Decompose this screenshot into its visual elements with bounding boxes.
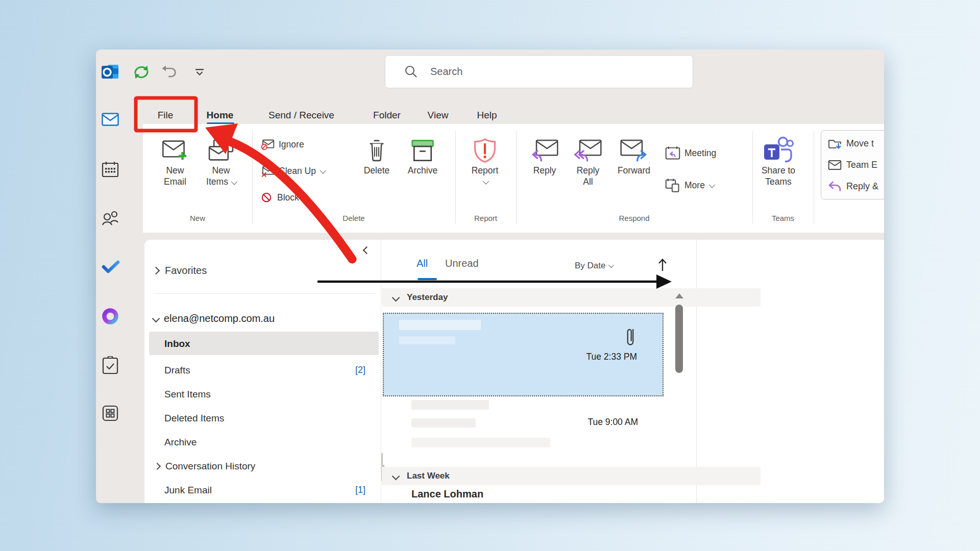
search-input[interactable]: [385, 56, 693, 88]
tab-home[interactable]: Home: [205, 107, 235, 124]
reply-all-button[interactable]: ReplyAll: [566, 130, 610, 194]
clean-up-button[interactable]: Clean Up: [261, 163, 325, 179]
block-icon: [261, 192, 273, 203]
team-email-icon: [828, 160, 842, 170]
folder-item-junk-email[interactable]: Junk Email [1]: [149, 478, 379, 502]
pane-separator: [381, 240, 381, 503]
email-timestamp: Tue 2:33 PM: [586, 352, 637, 362]
delete-icon: [355, 136, 399, 165]
quick-step-move-to[interactable]: Move t: [828, 136, 884, 151]
quick-step-reply-delete[interactable]: Reply &: [828, 179, 884, 194]
new-items-button[interactable]: NewItems: [199, 130, 243, 194]
group-divider: [752, 131, 753, 224]
tab-view[interactable]: View: [425, 107, 451, 124]
ignore-button[interactable]: Ignore: [261, 137, 304, 152]
folder-item-archive[interactable]: Archive: [149, 430, 379, 454]
reply-arrow-icon: [828, 181, 842, 192]
ribbon-group-label-delete: Delete: [252, 214, 455, 224]
group-header-last-week[interactable]: Last Week: [382, 467, 761, 485]
redacted-text: [399, 320, 481, 330]
chevron-down-icon: [482, 178, 489, 185]
email-sender[interactable]: Lance Lohman: [411, 488, 483, 500]
tab-send-receive[interactable]: Send / Receive: [264, 107, 338, 124]
group-header-yesterday[interactable]: Yesterday: [382, 288, 761, 307]
reply-all-icon: [566, 136, 610, 165]
customize-quick-access-icon[interactable]: [195, 69, 204, 76]
filter-tab-all[interactable]: All: [416, 258, 428, 269]
report-button[interactable]: Report: [463, 130, 507, 194]
forward-button[interactable]: Forward: [612, 130, 656, 194]
mail-icon[interactable]: [102, 113, 119, 126]
chevron-down-icon: [152, 314, 160, 322]
group-divider: [455, 131, 456, 224]
forward-icon: [612, 136, 656, 165]
group-divider: [516, 131, 517, 224]
outlook-logo: [101, 63, 119, 81]
archive-button[interactable]: Archive: [401, 130, 445, 194]
folder-item-conversation-history[interactable]: Conversation History: [149, 454, 379, 478]
account-header[interactable]: elena@netcomp.com.au: [153, 311, 275, 326]
reply-button[interactable]: Reply: [523, 130, 567, 194]
attachment-paperclip-icon: [625, 326, 636, 348]
filter-tab-unread[interactable]: Unread: [445, 258, 479, 269]
report-icon: [463, 136, 507, 165]
move-to-icon: [828, 137, 842, 150]
chevron-down-icon: [392, 293, 400, 302]
undo-icon[interactable]: [161, 63, 177, 79]
tab-folder[interactable]: Folder: [372, 107, 402, 124]
group-divider: [252, 131, 253, 224]
sort-ascending-icon[interactable]: [656, 257, 669, 273]
ribbon-group-label-new: New: [143, 214, 252, 224]
chevron-right-icon: [152, 266, 160, 274]
reply-icon: [523, 136, 567, 165]
ignore-icon: [261, 139, 275, 151]
delete-button[interactable]: Delete: [355, 130, 399, 194]
filter-tab-underline: [418, 278, 437, 280]
chevron-down-icon: [392, 472, 400, 480]
clean-up-icon: [261, 165, 275, 177]
outlook-window: File Home Send / Receive Folder View Hel…: [96, 49, 884, 503]
share-to-teams-button[interactable]: Share toTeams: [756, 130, 800, 194]
calendar-icon[interactable]: [102, 161, 119, 178]
loop-icon[interactable]: [102, 308, 119, 325]
more-respond-actions-icon: [665, 178, 680, 192]
ribbon-group-label-teams: Teams: [752, 214, 814, 224]
folder-item-sent-items[interactable]: Sent Items: [149, 382, 379, 406]
people-icon[interactable]: [102, 210, 120, 226]
collapse-folder-pane-button[interactable]: [364, 246, 374, 256]
tasks-icon[interactable]: [102, 356, 118, 374]
folder-item-deleted-items[interactable]: Deleted Items: [149, 406, 379, 430]
message-list-scrollbar-thumb[interactable]: [675, 305, 683, 373]
new-email-button[interactable]: NewEmail: [153, 130, 197, 194]
quick-step-team-email[interactable]: Team E: [828, 157, 884, 172]
email-item-selected[interactable]: Tue 2:33 PM: [383, 313, 664, 396]
folder-item-inbox[interactable]: Inbox: [149, 332, 379, 356]
desktop-background: File Home Send / Receive Folder View Hel…: [0, 0, 980, 551]
sort-by-date-dropdown[interactable]: By Date: [575, 260, 612, 272]
more-button[interactable]: More: [665, 178, 714, 193]
group-divider: [814, 131, 814, 224]
redacted-text: [399, 336, 455, 344]
redacted-text: [411, 418, 476, 428]
new-email-icon: [153, 136, 197, 165]
chevron-down-icon: [231, 179, 237, 185]
chevron-right-icon: [154, 462, 161, 469]
pane-separator: [696, 240, 697, 503]
meeting-button[interactable]: Meeting: [665, 145, 716, 161]
redacted-text: [411, 438, 550, 447]
teams-icon: [756, 136, 800, 165]
apps-icon[interactable]: [102, 405, 118, 421]
todo-icon[interactable]: [102, 260, 120, 274]
folder-item-drafts[interactable]: Drafts [2]: [149, 358, 379, 382]
tab-file[interactable]: File: [150, 107, 181, 124]
meeting-icon: [665, 146, 680, 160]
tab-help[interactable]: Help: [474, 107, 500, 124]
email-item[interactable]: Tue 9:00 AM: [383, 398, 664, 465]
search-box[interactable]: [385, 55, 693, 88]
ribbon-group-label-report: Report: [455, 214, 516, 224]
scrollbar-up-arrow[interactable]: [675, 293, 683, 298]
block-button[interactable]: Block: [261, 190, 308, 205]
favorites-header[interactable]: Favorites: [153, 263, 207, 278]
ribbon-group-label-respond: Respond: [516, 214, 752, 224]
sync-send-receive-icon[interactable]: [132, 64, 151, 80]
